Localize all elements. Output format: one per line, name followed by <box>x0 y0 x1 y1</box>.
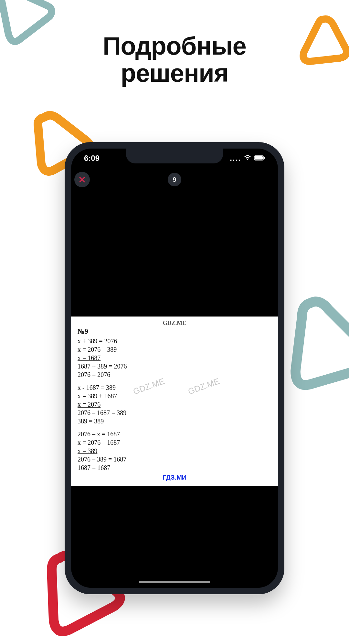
solution-line: 1687 = 1687 <box>78 463 271 472</box>
wifi-icon <box>244 154 251 163</box>
phone-mockup: 6:09 .... 9 GDZ.ME №9 <box>65 142 284 594</box>
headline: Подробные решения <box>0 32 349 87</box>
solution-line: 2076 – 1687 = 389 <box>78 409 271 417</box>
solution-line: x = 1687 <box>78 354 271 362</box>
close-icon <box>79 176 86 183</box>
solution-line: 1687 + 389 = 2076 <box>78 362 271 370</box>
solution-block-3: 2076 – x = 1687x = 2076 – 1687x = 389207… <box>78 430 271 472</box>
solution-content[interactable]: GDZ.ME №9 x + 389 = 2076x = 2076 – 389x … <box>71 317 278 486</box>
solution-block-2: GDZ.ME GDZ.ME x - 1687 = 389x = 389 + 16… <box>78 383 271 425</box>
watermark-top: GDZ.ME <box>78 320 271 327</box>
solution-line: x = 2076 – 389 <box>78 345 271 354</box>
nav-bar: 9 <box>71 170 278 189</box>
solution-line: x = 2076 <box>78 400 271 409</box>
home-indicator[interactable] <box>139 581 210 583</box>
solution-title: №9 <box>78 327 271 336</box>
solution-line: x = 389 + 1687 <box>78 392 271 400</box>
headline-line1: Подробные <box>0 32 349 59</box>
svg-rect-1 <box>255 156 263 160</box>
solution-line: x = 389 <box>78 447 271 455</box>
solution-line: 2076 = 2076 <box>78 370 271 379</box>
svg-rect-2 <box>264 157 265 159</box>
close-button[interactable] <box>74 172 90 187</box>
decor-triangle-teal-right <box>278 287 349 397</box>
solution-line: x - 1687 = 389 <box>78 383 271 392</box>
solution-line: x + 389 = 2076 <box>78 337 271 345</box>
nav-title: 9 <box>168 173 181 186</box>
battery-icon <box>254 154 265 163</box>
phone-notch <box>126 149 223 163</box>
phone-screen: 6:09 .... 9 GDZ.ME №9 <box>71 149 278 588</box>
status-time: 6:09 <box>84 154 100 163</box>
solution-line: x = 2076 – 1687 <box>78 438 271 447</box>
solution-block-1: x + 389 = 2076x = 2076 – 389x = 16871687… <box>78 337 271 379</box>
headline-line2: решения <box>0 59 349 87</box>
status-cellular-icon: .... <box>230 154 241 163</box>
solution-line: 2076 – x = 1687 <box>78 430 271 438</box>
solution-line: 389 = 389 <box>78 417 271 425</box>
solution-line: 2076 – 389 = 1687 <box>78 455 271 463</box>
footer-brand: ГДЗ.МИ <box>78 474 271 481</box>
